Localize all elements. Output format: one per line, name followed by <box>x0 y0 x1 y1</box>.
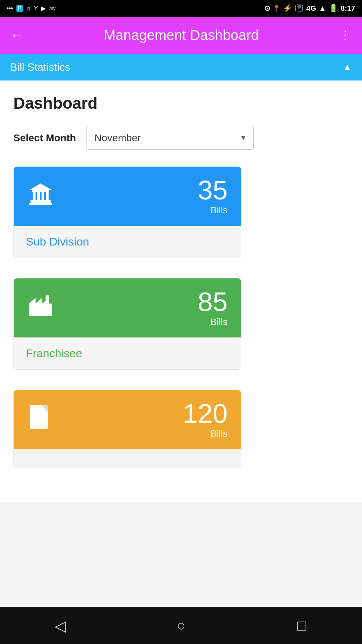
third-card-bottom <box>14 449 241 468</box>
institution-icon <box>27 180 54 212</box>
svg-rect-6 <box>46 192 49 200</box>
svg-rect-4 <box>37 192 40 200</box>
bill-statistics-arrow-icon: ▲ <box>343 62 352 72</box>
franchisee-bills-label: Bills <box>198 317 228 327</box>
paytm-icon: P <box>16 5 23 12</box>
svg-rect-19 <box>33 415 45 417</box>
third-card[interactable]: 120 Bills <box>13 390 241 468</box>
status-dots-icon: ••• <box>7 5 13 12</box>
signal-bars-icon: ▲ <box>319 4 326 13</box>
status-bar-right: ⊙ 📍 ⚡ 📳 4G ▲ 🔋 8:17 <box>264 4 355 13</box>
svg-rect-5 <box>42 192 44 200</box>
sub-division-card-bottom: Sub Division <box>14 226 241 258</box>
back-button[interactable]: ← <box>10 28 23 43</box>
franchisee-count: 85 <box>198 288 228 315</box>
third-card-bills-label: Bills <box>183 428 228 439</box>
franchisee-card-top: 85 Bills <box>14 278 241 337</box>
third-card-numbers: 120 Bills <box>183 400 228 439</box>
signal-4g-icon: 4G <box>306 4 316 13</box>
svg-rect-2 <box>32 190 49 192</box>
sub-division-count: 35 <box>198 177 228 204</box>
month-select-wrapper[interactable]: January February March April May June Ju… <box>86 126 254 150</box>
document-icon <box>27 404 51 436</box>
franchisee-numbers: 85 Bills <box>198 288 228 327</box>
sub-division-bills-label: Bills <box>198 205 228 216</box>
vibrate-icon: 📳 <box>295 4 304 13</box>
status-bar: ••• P ♬ Y ▶ my ⊙ 📍 ⚡ 📳 4G ▲ 🔋 8:17 <box>0 0 362 17</box>
my-icon: my <box>49 6 56 11</box>
tv-icon: ▶ <box>41 5 46 12</box>
status-bar-left: ••• P ♬ Y ▶ my <box>7 5 56 12</box>
battery-icon: 🔋 <box>329 4 338 13</box>
month-dropdown[interactable]: January February March April May June Ju… <box>86 126 254 150</box>
factory-icon <box>27 292 54 324</box>
sub-division-card-top: 35 Bills <box>14 167 241 226</box>
dashboard-title: Dashboard <box>13 94 349 112</box>
menu-button[interactable]: ⋮ <box>339 28 352 42</box>
franchisee-name: Franchisee <box>26 347 82 360</box>
svg-rect-15 <box>47 307 51 312</box>
nav-recents-button[interactable]: □ <box>288 612 315 639</box>
time-display: 8:17 <box>341 4 355 13</box>
bottom-navigation: ◁ ○ □ <box>0 607 362 644</box>
y-icon: Y <box>34 5 38 12</box>
bill-statistics-panel[interactable]: Bill Statistics ▲ <box>0 54 362 80</box>
hotspot-icon: ⊙ <box>264 4 270 13</box>
svg-rect-0 <box>31 200 51 203</box>
location-icon: 📍 <box>273 5 280 12</box>
app-bar: ← Management Dashboard ⋮ <box>0 17 362 54</box>
franchisee-card[interactable]: 85 Bills Franchisee <box>13 278 241 370</box>
svg-rect-14 <box>39 307 43 312</box>
sub-division-name: Sub Division <box>26 235 89 248</box>
svg-rect-3 <box>33 192 36 200</box>
music-icon: ♬ <box>26 5 31 12</box>
nav-home-button[interactable]: ○ <box>168 612 194 639</box>
franchisee-card-bottom: Franchisee <box>14 337 241 369</box>
nav-back-button[interactable]: ◁ <box>47 612 74 639</box>
sub-division-card[interactable]: 35 Bills Sub Division <box>13 166 241 258</box>
svg-rect-13 <box>31 307 35 312</box>
main-content: Dashboard Select Month January February … <box>0 80 362 502</box>
sub-division-numbers: 35 Bills <box>198 177 228 216</box>
app-bar-title: Management Dashboard <box>34 27 329 43</box>
svg-rect-1 <box>29 203 52 205</box>
svg-marker-7 <box>29 183 52 190</box>
svg-rect-20 <box>33 419 45 420</box>
svg-rect-21 <box>33 422 42 423</box>
svg-rect-12 <box>46 295 49 301</box>
bill-statistics-label: Bill Statistics <box>10 61 70 73</box>
month-select-row: Select Month January February March Apri… <box>13 126 349 150</box>
bluetooth-icon: ⚡ <box>283 4 292 13</box>
third-card-top: 120 Bills <box>14 390 241 449</box>
third-card-count: 120 <box>183 400 228 427</box>
svg-marker-10 <box>36 298 42 304</box>
svg-marker-9 <box>29 298 36 304</box>
select-month-label: Select Month <box>13 132 76 144</box>
